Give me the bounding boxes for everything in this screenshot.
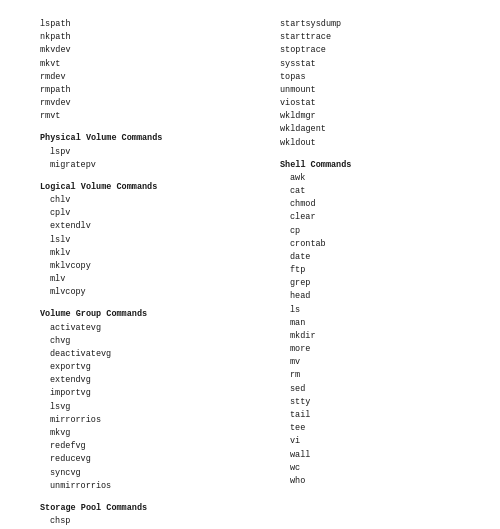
cmd-chlv: chlv — [40, 194, 260, 207]
section-storage-pool: Storage Pool Commands — [40, 502, 260, 515]
cmd-rmpath: rmpath — [40, 84, 260, 97]
cmd-mlv: mlv — [40, 273, 260, 286]
cmd-cat: cat — [280, 185, 460, 198]
cmd-mkdir: mkdir — [280, 330, 460, 343]
cmd-who: who — [280, 475, 460, 488]
cmd-crontab: crontab — [280, 238, 460, 251]
cmd-wc: wc — [280, 462, 460, 475]
cmd-lspath: lspath — [40, 18, 260, 31]
cmd-syncvg: syncvg — [40, 467, 260, 480]
cmd-startsysdump: startsysdump — [280, 18, 460, 31]
cmd-cplv: cplv — [40, 207, 260, 220]
cmd-clear: clear — [280, 211, 460, 224]
cmd-importvg: importvg — [40, 387, 260, 400]
cmd-activatevg: activatevg — [40, 322, 260, 335]
cmd-unmirrorrios: unmirrorrios — [40, 480, 260, 493]
cmd-tail: tail — [280, 409, 460, 422]
cmd-tee: tee — [280, 422, 460, 435]
cmd-sysstat: sysstat — [280, 58, 460, 71]
cmd-mklv: mklv — [40, 247, 260, 260]
cmd-lsvg: lsvg — [40, 401, 260, 414]
cmd-date: date — [280, 251, 460, 264]
cmd-topas: topas — [280, 71, 460, 84]
cmd-deactivatevg: deactivatevg — [40, 348, 260, 361]
cmd-wall: wall — [280, 449, 460, 462]
cmd-reducevg: reducevg — [40, 453, 260, 466]
cmd-wkldout: wkldout — [280, 137, 460, 150]
cmd-lspv: lspv — [40, 146, 260, 159]
cmd-grep: grep — [280, 277, 460, 290]
cmd-migratepv: migratepv — [40, 159, 260, 172]
cmd-wkldmgr: wkldmgr — [280, 110, 460, 123]
cmd-mirrorrios: mirrorrios — [40, 414, 260, 427]
cmd-lslv: lslv — [40, 234, 260, 247]
cmd-ftp: ftp — [280, 264, 460, 277]
section-shell-commands: Shell Commands — [280, 159, 460, 172]
cmd-head: head — [280, 290, 460, 303]
page-container: lspath nkpath mkvdev mkvt rmdev rmpath r… — [0, 0, 500, 529]
cmd-redefvg: redefvg — [40, 440, 260, 453]
cmd-extendlv: extendlv — [40, 220, 260, 233]
cmd-more: more — [280, 343, 460, 356]
left-column: lspath nkpath mkvdev mkvt rmdev rmpath r… — [40, 18, 260, 529]
cmd-man: man — [280, 317, 460, 330]
cmd-wkldagent: wkldagent — [280, 123, 460, 136]
cmd-chsp: chsp — [40, 515, 260, 528]
cmd-awk: awk — [280, 172, 460, 185]
cmd-stty: stty — [280, 396, 460, 409]
cmd-cp: cp — [280, 225, 460, 238]
cmd-nkpath: nkpath — [40, 31, 260, 44]
cmd-sed: sed — [280, 383, 460, 396]
cmd-ls: ls — [280, 304, 460, 317]
content-area: lspath nkpath mkvdev mkvt rmdev rmpath r… — [0, 0, 500, 529]
section-physical-volume: Physical Volume Commands — [40, 132, 260, 145]
section-volume-group: Volume Group Commands — [40, 308, 260, 321]
cmd-mkvdev: mkvdev — [40, 44, 260, 57]
cmd-mklvcopy: mklvcopy — [40, 260, 260, 273]
cmd-vi: vi — [280, 435, 460, 448]
right-column: startsysdump starttrace stoptrace syssta… — [260, 18, 460, 529]
cmd-mlvcopy: mlvcopy — [40, 286, 260, 299]
cmd-mkvt: mkvt — [40, 58, 260, 71]
cmd-exportvg: exportvg — [40, 361, 260, 374]
cmd-mv: mv — [280, 356, 460, 369]
cmd-stoptrace: stoptrace — [280, 44, 460, 57]
cmd-starttrace: starttrace — [280, 31, 460, 44]
cmd-rmvt: rmvt — [40, 110, 260, 123]
cmd-mkvg: mkvg — [40, 427, 260, 440]
cmd-rmvdev: rmvdev — [40, 97, 260, 110]
cmd-chmod: chmod — [280, 198, 460, 211]
section-logical-volume: Logical Volume Commands — [40, 181, 260, 194]
cmd-unmount: unmount — [280, 84, 460, 97]
cmd-rmdev: rmdev — [40, 71, 260, 84]
cmd-viostat: viostat — [280, 97, 460, 110]
cmd-chvg: chvg — [40, 335, 260, 348]
cmd-extendvg: extendvg — [40, 374, 260, 387]
cmd-rm: rm — [280, 369, 460, 382]
